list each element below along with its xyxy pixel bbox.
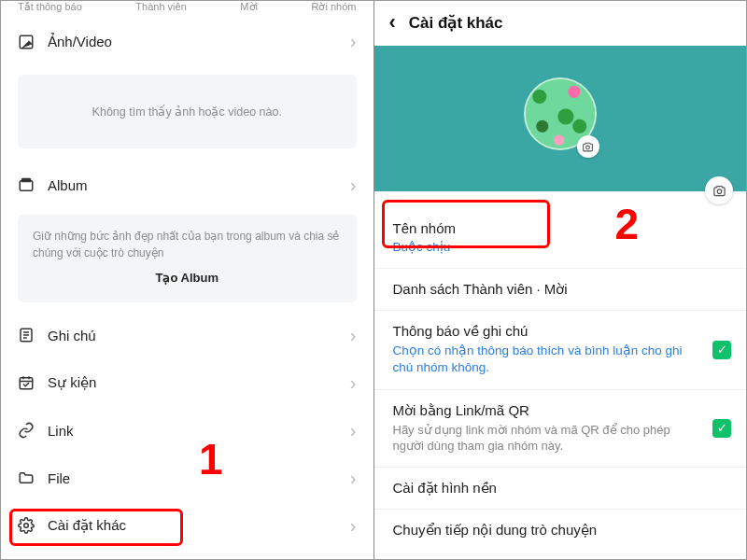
svg-point-13 [586, 146, 590, 149]
tab-members[interactable]: Thành viên [135, 1, 186, 12]
svg-rect-2 [20, 180, 33, 190]
item-qr-invite[interactable]: Mời bằng Link/mã QR Hãy sử dụng link mời… [374, 390, 747, 468]
link-icon [18, 422, 35, 439]
left-panel: Tắt thông báo Thành viên Mời Rời nhóm Ản… [1, 1, 374, 559]
group-cover [374, 46, 747, 191]
chevron-right-icon: › [350, 468, 357, 489]
item-forward[interactable]: Chuyển tiếp nội dung trò chuyện [374, 510, 747, 551]
section-album[interactable]: Album › [1, 161, 374, 209]
wallpaper-label: Cài đặt hình nền [393, 480, 728, 497]
row-link-label: Link [48, 423, 74, 439]
gear-icon [18, 517, 35, 534]
photos-empty-state: Không tìm thấy ảnh hoặc video nào. [18, 75, 357, 148]
row-events[interactable]: Sự kiện › [1, 359, 374, 407]
item-note-notifications[interactable]: Thông báo về ghi chú Chọn có nhận thông … [374, 311, 747, 389]
notif-title: Thông báo về ghi chú [393, 323, 700, 340]
chevron-right-icon: › [350, 372, 357, 394]
folder-icon [18, 469, 35, 486]
svg-rect-8 [20, 378, 33, 389]
item-group-name[interactable]: Tên nhóm Buộc chịu [374, 208, 747, 269]
notif-desc: Chọn có nhận thông báo thích và bình luậ… [393, 343, 700, 376]
row-notes-label: Ghi chú [48, 328, 96, 343]
row-file[interactable]: File › [1, 455, 374, 502]
tab-mute[interactable]: Tắt thông báo [18, 1, 82, 13]
qr-desc: Hãy sử dụng link mời nhóm và mã QR để ch… [393, 422, 700, 455]
calendar-icon [18, 374, 35, 391]
top-tab-bar: Tắt thông báo Thành viên Mời Rời nhóm [1, 1, 374, 18]
qr-toggle[interactable]: ✓ [712, 419, 731, 438]
chevron-right-icon: › [350, 515, 357, 537]
right-panel: ‹ Cài đặt khác Tên nhóm Buộc chịu Danh s… [374, 1, 747, 559]
right-header-title: Cài đặt khác [409, 13, 503, 33]
camera-avatar-icon[interactable] [577, 135, 599, 158]
group-name-value: Buộc chịu [393, 239, 728, 256]
photo-icon [18, 34, 35, 50]
chevron-right-icon: › [350, 325, 357, 346]
tab-invite[interactable]: Mời [240, 1, 258, 13]
album-icon [18, 177, 35, 194]
row-notes[interactable]: Ghi chú › [1, 312, 374, 359]
camera-cover-icon[interactable] [705, 176, 733, 204]
back-icon[interactable]: ‹ [389, 12, 396, 33]
section-photos[interactable]: Ảnh/Video › [1, 18, 374, 65]
group-name-label: Tên nhóm [393, 220, 728, 236]
row-other-label: Cài đặt khác [48, 517, 126, 534]
svg-point-12 [24, 524, 29, 528]
section-album-label: Album [48, 177, 88, 193]
svg-point-14 [717, 189, 721, 192]
tab-leave[interactable]: Rời nhóm [312, 1, 357, 13]
item-members[interactable]: Danh sách Thành viên · Mời [374, 269, 747, 311]
chevron-right-icon: › [350, 31, 357, 52]
right-header: ‹ Cài đặt khác [374, 1, 747, 46]
row-events-label: Sự kiện [48, 374, 96, 391]
members-label: Danh sách Thành viên · Mời [393, 281, 728, 298]
note-icon [18, 327, 35, 343]
svg-rect-3 [22, 178, 31, 181]
chevron-right-icon: › [350, 420, 357, 441]
notif-toggle[interactable]: ✓ [712, 341, 731, 359]
create-album-link[interactable]: Tạo Album [33, 269, 342, 287]
item-wallpaper[interactable]: Cài đặt hình nền [374, 468, 747, 510]
svg-marker-1 [21, 40, 33, 48]
album-desc: Giữ những bức ảnh đẹp nhất của bạn trong… [33, 230, 340, 259]
qr-title: Mời bằng Link/mã QR [393, 402, 700, 419]
row-other-settings[interactable]: Cài đặt khác › [1, 502, 374, 550]
chevron-right-icon: › [350, 175, 357, 196]
forward-label: Chuyển tiếp nội dung trò chuyện [393, 522, 728, 539]
row-file-label: File [48, 470, 70, 486]
album-empty-state: Giữ những bức ảnh đẹp nhất của bạn trong… [18, 215, 357, 302]
row-link[interactable]: Link › [1, 407, 374, 455]
section-photos-label: Ảnh/Video [48, 34, 112, 50]
